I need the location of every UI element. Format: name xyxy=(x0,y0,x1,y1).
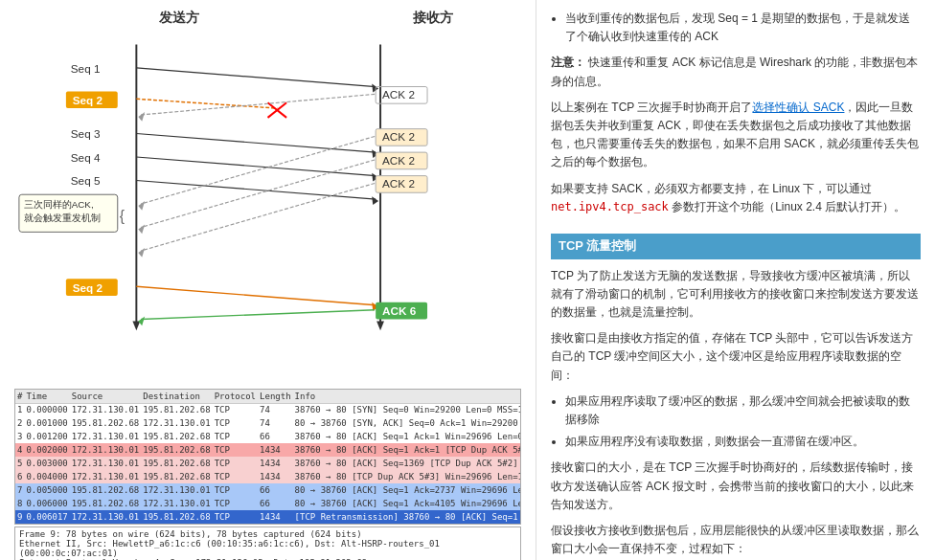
buffer-bullet-list: 如果应用程序读取了缓冲区的数据，那么缓冲空间就会把被读取的数据移除 如果应用程序… xyxy=(565,392,921,452)
svg-text:就会触发重发机制: 就会触发重发机制 xyxy=(24,213,101,223)
table-row[interactable]: 7 0.005000 195.81.202.68 172.31.130.01 T… xyxy=(15,483,521,497)
table-row[interactable]: 5 0.003000 172.31.130.01 195.81.202.68 T… xyxy=(15,457,521,470)
cell-proto: TCP xyxy=(213,403,258,416)
wireshark-detail: Frame 9: 78 bytes on wire (624 bits), 78… xyxy=(14,526,521,560)
svg-text:Seq 3: Seq 3 xyxy=(71,127,101,140)
cell-len: 66 xyxy=(258,430,293,443)
col-proto: Protocol xyxy=(213,390,258,403)
cell-time: 0.003000 xyxy=(24,457,69,470)
svg-marker-2 xyxy=(132,321,140,330)
cell-proto: TCP xyxy=(213,443,258,457)
cell-src: 195.81.202.68 xyxy=(70,497,141,510)
svg-text:Seq 2: Seq 2 xyxy=(73,94,103,106)
svg-text:Seq 4: Seq 4 xyxy=(71,151,101,164)
svg-line-19 xyxy=(136,181,376,200)
cell-time: 0.004000 xyxy=(24,470,69,483)
col-time: Time xyxy=(24,390,69,403)
cell-dst: 195.81.202.68 xyxy=(141,443,212,457)
cell-info: 80 → 38760 [ACK] Seq=1 Ack=2737 Win=2969… xyxy=(293,483,521,497)
flow-control-para1: TCP 为了防止发送方无脑的发送数据，导致接收方缓冲区被填满，所以就有了滑动窗口… xyxy=(551,267,921,323)
cell-dst: 195.81.202.68 xyxy=(141,430,212,443)
top-bullet-list: 当收到重传的数据包后，发现 Seq = 1 是期望的数据包，于是就发送了个确认收… xyxy=(565,10,921,46)
svg-line-43 xyxy=(136,286,376,305)
svg-line-10 xyxy=(136,68,376,87)
cell-len: 74 xyxy=(258,416,293,430)
svg-text:ACK 6: ACK 6 xyxy=(382,304,417,317)
svg-line-47 xyxy=(141,310,375,320)
cell-info: [TCP Retransmission] 38760 → 80 [ACK] Se… xyxy=(293,510,521,524)
cell-dst: 195.81.202.68 xyxy=(141,403,212,416)
cell-len: 1434 xyxy=(258,510,293,524)
cell-dst: 195.81.202.68 xyxy=(141,510,212,524)
svg-text:Seq 1: Seq 1 xyxy=(71,62,101,75)
para2-post: 参数打开这个功能（Linux 2.4 后默认打开）。 xyxy=(669,200,905,213)
diagram-title-row: 发送方 接收方 xyxy=(14,10,521,27)
cell-len: 66 xyxy=(258,483,293,497)
cell-proto: TCP xyxy=(213,483,258,497)
cell-src: 195.81.202.68 xyxy=(70,483,141,497)
detail-line: Frame 9: 78 bytes on wire (624 bits), 78… xyxy=(19,529,516,539)
cell-time: 0.001000 xyxy=(24,416,69,430)
table-row[interactable]: 4 0.002000 172.31.130.01 195.81.202.68 T… xyxy=(15,443,521,457)
cell-dst: 172.31.130.01 xyxy=(141,497,212,510)
left-panel: 发送方 接收方 Seq 1 Seq 2 Seq 3 Seq 4 Seq 5 xyxy=(0,0,536,560)
cell-len: 1434 xyxy=(258,470,293,483)
cell-no: 4 xyxy=(15,443,24,457)
sack-link[interactable]: 选择性确认 SACK xyxy=(752,101,844,114)
cell-src: 172.31.130.01 xyxy=(70,443,141,457)
svg-text:ACK 2: ACK 2 xyxy=(382,130,415,143)
cell-len: 74 xyxy=(258,403,293,416)
cell-info: 38760 → 80 [SYN] Seq=0 Win=29200 Len=0 M… xyxy=(293,403,521,416)
cell-proto: TCP xyxy=(213,470,258,483)
cell-no: 3 xyxy=(15,430,24,443)
cell-info: 38760 → 80 [TCP Dup ACK 5#3] Win=29696 L… xyxy=(293,470,521,483)
flow-control-para4: 假设接收方接收到数据包后，应用层能很快的从缓冲区里读取数据，那么窗口大小会一直保… xyxy=(551,522,921,558)
cell-no: 2 xyxy=(15,416,24,430)
svg-text:Seq 5: Seq 5 xyxy=(71,174,101,187)
svg-marker-34 xyxy=(138,225,145,235)
cell-src: 172.31.130.01 xyxy=(70,510,141,524)
cell-no: 5 xyxy=(15,457,24,470)
table-row[interactable]: 8 0.006000 195.81.202.68 172.31.130.01 T… xyxy=(15,497,521,510)
wireshark-table: # Time Source Destination Protocol Lengt… xyxy=(15,390,521,524)
cell-len: 66 xyxy=(258,497,293,510)
cell-src: 172.31.130.01 xyxy=(70,457,141,470)
col-info: Info xyxy=(293,390,521,403)
sender-title: 发送方 xyxy=(159,10,199,27)
svg-marker-20 xyxy=(372,196,378,205)
col-len: Length xyxy=(258,390,293,403)
svg-text:ACK 2: ACK 2 xyxy=(382,88,415,101)
table-row[interactable]: 9 0.006017 172.31.130.01 195.81.202.68 T… xyxy=(15,510,521,524)
table-row[interactable]: 6 0.004000 172.31.130.01 195.81.202.68 T… xyxy=(15,470,521,483)
svg-marker-32 xyxy=(138,201,145,211)
cell-dst: 195.81.202.68 xyxy=(141,470,212,483)
right-panel: 当收到重传的数据包后，发现 Seq = 1 是期望的数据包，于是就发送了个确认收… xyxy=(536,0,935,560)
cell-src: 172.31.130.01 xyxy=(70,430,141,443)
cell-proto: TCP xyxy=(213,430,258,443)
cell-info: 38760 → 80 [ACK] Seq=1 Ack=1 [TCP Dup AC… xyxy=(293,443,521,457)
cell-info: 38760 → 80 [ACK] Seq=1 Ack=1 Win=29696 L… xyxy=(293,430,521,443)
cell-no: 8 xyxy=(15,497,24,510)
detail-line: Ethernet II, Src: HewlettP_a6:1c:c6 (00:… xyxy=(19,539,516,558)
para1-text: 以上案例在 TCP 三次握手时协商开启了 xyxy=(551,101,752,114)
cell-proto: TCP xyxy=(213,457,258,470)
cell-time: 0.001200 xyxy=(24,430,69,443)
para2-pre: 如果要支持 SACK，必须双方都要支持，在 Linux 下，可以通过 xyxy=(551,182,872,195)
svg-marker-3 xyxy=(376,321,384,330)
col-dst: Destination xyxy=(141,390,212,403)
cell-proto: TCP xyxy=(213,510,258,524)
col-src: Source xyxy=(70,390,141,403)
note-text: 快速重传和重复 ACK 标记信息是 Wireshark 的功能，非数据包本身的信… xyxy=(551,56,918,87)
svg-marker-36 xyxy=(138,248,145,258)
wireshark-container: # Time Source Destination Protocol Lengt… xyxy=(14,389,521,525)
cell-time: 0.002000 xyxy=(24,443,69,457)
cell-src: 195.81.202.68 xyxy=(70,416,141,430)
table-row[interactable]: 3 0.001200 172.31.130.01 195.81.202.68 T… xyxy=(15,430,521,443)
cell-proto: TCP xyxy=(213,416,258,430)
bullet-no-read: 如果应用程序没有读取数据，则数据会一直滞留在缓冲区。 xyxy=(565,433,921,451)
wireshark-tbody: 1 0.000000 172.31.130.01 195.81.202.68 T… xyxy=(15,403,521,524)
table-row[interactable]: 1 0.000000 172.31.130.01 195.81.202.68 T… xyxy=(15,403,521,416)
sack-support-paragraph: 如果要支持 SACK，必须双方都要支持，在 Linux 下，可以通过 net.i… xyxy=(551,180,921,216)
cell-len: 1434 xyxy=(258,457,293,470)
table-row[interactable]: 2 0.001000 195.81.202.68 172.31.130.01 T… xyxy=(15,416,521,430)
